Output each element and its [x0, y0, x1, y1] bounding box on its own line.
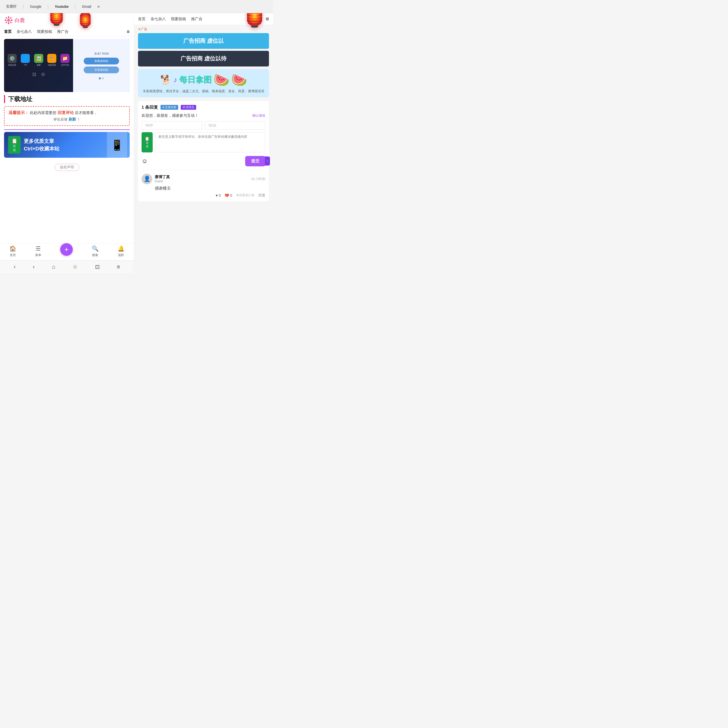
pagination-dots: [99, 77, 104, 80]
phone-graphic: 📱: [107, 132, 127, 158]
browser-bookmark-btn[interactable]: ☆: [73, 264, 78, 270]
app-label-func: 功能设置: [48, 64, 56, 66]
new-vm-btn: 新建虚拟机: [84, 58, 119, 64]
comment-form: 📋 目录 ☺ 提交 ›: [142, 121, 265, 166]
comments-count: 1 条回复: [142, 104, 158, 110]
warning-body: 此处内容需要您: [30, 110, 57, 115]
bottom-nav-add-button[interactable]: +: [60, 243, 73, 256]
dot-active: [99, 77, 101, 80]
like-button[interactable]: ♥ 0: [216, 193, 221, 197]
welcome-text: 欢迎您，新朋友，感谢参与互动！: [142, 113, 199, 118]
app-label-via: VIA: [24, 64, 27, 66]
comment-textarea[interactable]: [155, 132, 265, 153]
toc-icon-left: 📋 目录: [8, 136, 21, 154]
func-icon: 🔧: [47, 54, 57, 63]
app-icon-via: 🌐 VIA: [20, 54, 31, 66]
ad-banner-blue[interactable]: 广告招商 虚位以: [138, 33, 269, 49]
submit-button[interactable]: 提交: [245, 156, 265, 166]
app-label-settings: 系统设置: [8, 64, 16, 66]
download-title: 下载地址: [4, 95, 130, 103]
nav-misc[interactable]: 杂七杂八: [17, 29, 32, 34]
bottom-nav-home[interactable]: 🏠 首页: [9, 245, 16, 257]
nav-menu-icon[interactable]: ≡: [127, 29, 130, 35]
tab-anluxuan[interactable]: 安鹿轩: [4, 3, 19, 10]
content-row: 📋 目录: [142, 132, 265, 153]
tab-youtube[interactable]: Youtube: [53, 3, 71, 9]
submit-btn-container: 提交 ›: [245, 156, 265, 166]
browser-home-btn[interactable]: ⌂: [52, 264, 55, 270]
app-icon-settings: ⚙️ 系统设置: [6, 54, 18, 66]
nav-promo[interactable]: 推广合: [57, 29, 69, 34]
right-content: ✕广告 广告招商 虚位以 广告招商 虚位以待 🐕 ♪ 每日拿图 🍉 🍉 丰富精美…: [134, 25, 273, 273]
right-nav-home[interactable]: 首页: [138, 17, 145, 21]
bottom-nav-top[interactable]: 🔔 顶部: [118, 245, 124, 257]
list-icon: 📋: [11, 137, 18, 144]
comment-body: 感谢楼主: [155, 186, 265, 191]
bottom-nav-menu[interactable]: ☰ 菜单: [35, 245, 41, 257]
promo-subtitle: 丰富精美壁纸，类目齐全，涵盖二次元、插画、唯美场景、美女、风景、赛博朋克等: [143, 89, 265, 94]
warning-box: 温馨提示： 此处内容需要您 回复评论 后才能查看， 评论后请 刷新 ！: [4, 106, 130, 126]
status-icon-1: ⊡: [32, 72, 36, 77]
main-content-area: 白鹿 🏮 🏮 首页 杂七杂八 我要投稿 推广合 ≡ ⚙️ 系统设置: [0, 13, 273, 273]
promo-image-section: 🐕 ♪ 每日拿图 🍉 🍉 丰富精美壁纸，类目齐全，涵盖二次元、插画、唯美场景、美…: [138, 69, 269, 97]
right-nav-misc[interactable]: 杂七杂八: [151, 17, 166, 21]
browser-forward-btn[interactable]: ›: [33, 264, 35, 270]
email-input[interactable]: [205, 121, 265, 130]
tab-gmail[interactable]: Gmail: [80, 3, 93, 9]
bottom-nav-search[interactable]: 🔍 搜索: [92, 245, 99, 257]
dot-inactive: [102, 77, 104, 80]
warning-line2-text: 评论后请: [54, 117, 67, 121]
comment-item: 👤 赛博丁真 Guest 18 小时前 感谢楼主 ♥ 0: [142, 170, 265, 198]
warning-refresh[interactable]: 刷新: [69, 117, 76, 121]
tab-divider-1: |: [23, 4, 24, 9]
bottom-nav: 🏠 首页 ☰ 菜单 + 🔍 搜索 🔔 顶部: [0, 243, 134, 260]
reply-button[interactable]: 回复: [258, 193, 265, 198]
warning-end: ！: [77, 117, 80, 121]
right-nav-promo[interactable]: 推广合: [191, 17, 202, 21]
warning-title: 温馨提示：: [9, 110, 29, 115]
name-input[interactable]: [142, 121, 202, 130]
browser-camera-btn[interactable]: ⊡: [95, 264, 99, 270]
more-tabs-icon[interactable]: »: [97, 4, 100, 9]
bottom-top-label: 顶部: [118, 253, 124, 257]
commenter-info: 赛博丁真 Guest: [155, 175, 248, 183]
browser-back-btn[interactable]: ‹: [14, 264, 15, 270]
status-bar: ⊡ ⊙: [32, 72, 45, 77]
bottom-menu-label: 菜单: [35, 253, 41, 257]
tab-google[interactable]: Google: [28, 3, 43, 9]
commenter-role: Guest: [155, 179, 248, 183]
confirm-edit-btn[interactable]: 确认修改: [252, 113, 265, 118]
nav-submit[interactable]: 我要投稿: [37, 29, 52, 34]
welcome-bar: 欢迎您，新朋友，感谢参与互动！ 确认修改: [142, 113, 265, 118]
nav-home[interactable]: 首页: [4, 29, 12, 34]
origin-text: 来自黑龙江省: [236, 193, 254, 197]
ad-close-icon[interactable]: ✕广告: [138, 27, 147, 32]
like-count: 0: [219, 193, 221, 197]
app-icons-grid: ⚙️ 系统设置 🌐 VIA 🖼️ 相册 🔧: [6, 54, 70, 66]
promo-banner: 📋 目录 更多优质文章 Ctrl+D收藏本站 📱: [4, 132, 130, 158]
dislike-count: 0: [230, 193, 232, 197]
right-panel: 首页 杂七杂八 我要投稿 推广合 ≡ 🏮 ✕广告 广告招商 虚位以 广告招商 虚…: [134, 13, 273, 273]
ad-label: ✕广告: [138, 27, 269, 32]
app-icon-func: 🔧 功能设置: [46, 54, 57, 66]
emoji-button[interactable]: ☺: [142, 158, 148, 165]
commenter-avatar: 👤: [142, 174, 152, 184]
browser-menu-btn[interactable]: ≡: [117, 264, 120, 270]
right-nav-submit[interactable]: 我要投稿: [171, 17, 186, 21]
author-badge: A 文章作者: [161, 105, 178, 110]
warning-link[interactable]: 回复评论: [58, 110, 74, 115]
browser-bottom-bar: ‹ › ⌂ ☆ ⊡ ≡: [0, 260, 134, 273]
settings-icon: ⚙️: [8, 54, 17, 63]
lantern-center-decoration: 🏮: [76, 13, 95, 29]
dislike-button[interactable]: 💔 0: [225, 193, 232, 197]
promo-top-row: 🐕 ♪ 每日拿图 🍉 🍉: [160, 73, 247, 87]
gallery-icon: 🖼️: [34, 54, 43, 63]
broken-heart-icon: 💔: [225, 193, 229, 197]
hamburger-icon[interactable]: ≡: [266, 16, 269, 22]
screenshot-right: 安卓7 ROM 新建虚拟机 安置虚拟机: [73, 39, 130, 92]
ad-banner-dark[interactable]: 广告招商 虚位以待: [138, 51, 269, 66]
copyright-badge: 版权声明: [55, 164, 80, 171]
heart-icon: ♥: [216, 193, 218, 197]
screenshot-left: ⚙️ 系统设置 🌐 VIA 🖼️ 相册 🔧: [4, 39, 73, 92]
toc-label: 目录: [13, 144, 16, 152]
